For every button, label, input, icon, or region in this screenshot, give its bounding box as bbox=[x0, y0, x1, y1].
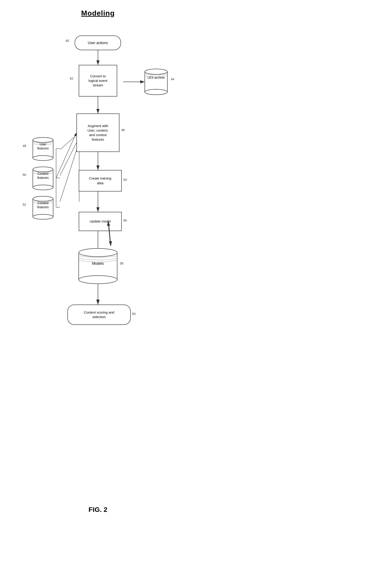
ref-48: 48 bbox=[23, 144, 26, 148]
content-features-label: Content features bbox=[32, 172, 54, 180]
page: Modeling bbox=[0, 0, 196, 527]
ref-46: 46 bbox=[121, 128, 125, 132]
user-features-label: User features bbox=[32, 142, 54, 150]
svg-point-22 bbox=[33, 155, 53, 160]
context-features-label: Context features bbox=[32, 201, 54, 209]
svg-point-23 bbox=[33, 138, 53, 143]
create-training-node: Create training data bbox=[79, 170, 122, 192]
models-label: Models bbox=[78, 262, 118, 266]
convert-node: Convert to logical event stream bbox=[79, 65, 117, 96]
ref-52: 52 bbox=[23, 203, 26, 207]
svg-point-43 bbox=[79, 248, 117, 257]
context-features-node: Context features bbox=[32, 194, 54, 221]
ref-40: 40 bbox=[66, 39, 69, 43]
update-model-node: Update model bbox=[79, 212, 122, 231]
les-archive-label: LES archive bbox=[144, 75, 168, 79]
svg-point-33 bbox=[33, 196, 53, 201]
ref-44: 44 bbox=[171, 77, 174, 81]
ref-60: 60 bbox=[132, 312, 136, 316]
ref-58: 58 bbox=[120, 262, 124, 265]
svg-line-38 bbox=[56, 133, 77, 178]
svg-point-28 bbox=[33, 167, 53, 172]
les-archive-node: LES archive bbox=[144, 66, 168, 95]
svg-point-18 bbox=[145, 69, 167, 74]
ref-56: 56 bbox=[123, 219, 127, 222]
user-features-node: User features bbox=[32, 135, 54, 162]
svg-point-42 bbox=[79, 276, 117, 284]
augment-node: Augment with User, content, and context … bbox=[77, 114, 119, 152]
svg-point-17 bbox=[145, 89, 167, 95]
models-node: Models bbox=[78, 246, 118, 285]
svg-point-27 bbox=[33, 185, 53, 190]
fig-label: FIG. 2 bbox=[0, 506, 196, 513]
content-scoring-node: Content scoring and selection bbox=[67, 304, 131, 325]
page-title: Modeling bbox=[0, 9, 196, 17]
user-actions-node: User actions bbox=[75, 35, 121, 50]
diagram: User actions 40 Convert to logical event… bbox=[0, 26, 196, 501]
content-features-node: Content features bbox=[32, 164, 54, 192]
ref-54: 54 bbox=[123, 178, 127, 182]
ref-50: 50 bbox=[23, 173, 26, 177]
ref-42: 42 bbox=[70, 77, 73, 80]
svg-point-32 bbox=[33, 214, 53, 219]
